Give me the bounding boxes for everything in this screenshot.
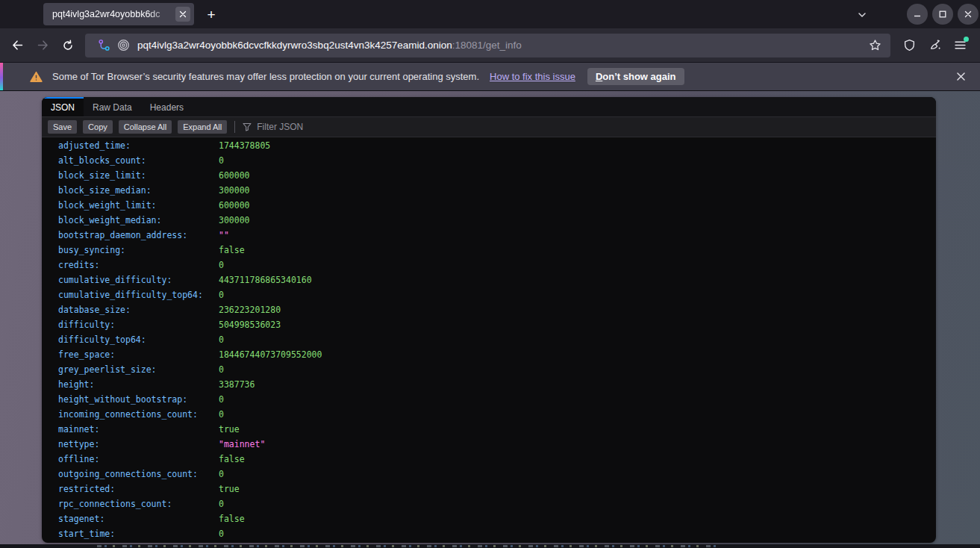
json-key: offline: xyxy=(58,452,219,467)
json-key: grey_peerlist_size: xyxy=(58,362,219,377)
close-window-button[interactable] xyxy=(958,4,979,25)
json-row: stagenet:false xyxy=(58,511,936,526)
json-value: false xyxy=(219,454,245,464)
viewer-tab-headers[interactable]: Headers xyxy=(141,97,193,116)
json-value: 0 xyxy=(219,290,224,300)
json-row: block_size_limit:600000 xyxy=(58,168,936,183)
tab-bar: pqt4ivlg3a2wr4oyobbk6dc + xyxy=(0,0,980,28)
json-value: 0 xyxy=(219,334,224,345)
json-row: block_weight_limit:600000 xyxy=(58,198,936,213)
minimize-icon xyxy=(913,10,922,19)
json-row: nettype:"mainnet" xyxy=(58,437,936,452)
json-row: credits:0 xyxy=(58,258,936,273)
json-row: cumulative_difficulty:443711786865340160 xyxy=(58,273,936,287)
chevron-down-icon xyxy=(857,10,867,20)
window-controls xyxy=(907,4,979,25)
json-value: "mainnet" xyxy=(219,439,265,449)
json-key: stagenet: xyxy=(58,511,219,526)
star-icon xyxy=(869,39,881,52)
json-row: cumulative_difficulty_top64:0 xyxy=(58,287,936,302)
json-key: nettype: xyxy=(58,437,219,452)
list-all-tabs-button[interactable] xyxy=(853,6,871,24)
save-button[interactable]: Save xyxy=(48,120,77,134)
shield-icon xyxy=(903,39,916,52)
how-to-fix-link[interactable]: How to fix this issue xyxy=(490,71,575,82)
json-key: height_without_bootstrap: xyxy=(58,392,219,407)
hamburger-menu-icon xyxy=(954,39,967,52)
json-key: difficulty: xyxy=(58,317,219,332)
json-row: restricted:true xyxy=(58,482,936,496)
new-tab-button[interactable]: + xyxy=(202,5,221,25)
json-row: incoming_connections_count:0 xyxy=(58,407,936,422)
json-key: block_weight_median: xyxy=(58,213,219,228)
json-value: false xyxy=(219,245,245,255)
url-text: pqt4ivlg3a2wr4oyobbk6dcvcfkkdyrwro3sbq2u… xyxy=(137,40,522,51)
json-value: 236223201280 xyxy=(219,305,281,315)
json-viewer-panel: JSONRaw DataHeaders SaveCopyCollapse All… xyxy=(42,97,936,543)
json-value: 0 xyxy=(219,155,224,166)
broom-icon xyxy=(928,39,941,52)
json-row: difficulty:504998536023 xyxy=(58,317,936,332)
expand-all-button[interactable]: Expand All xyxy=(178,120,227,134)
bookmark-button[interactable] xyxy=(865,36,884,55)
tab-close-button[interactable] xyxy=(175,7,190,22)
json-value: 3387736 xyxy=(219,379,255,390)
url-host: pqt4ivlg3a2wr4oyobbk6dcvcfkkdyrwro3sbq2u… xyxy=(137,40,452,51)
collapse-all-button[interactable]: Collapse All xyxy=(119,120,172,134)
json-row: rpc_connections_count:0 xyxy=(58,496,936,511)
json-value: "" xyxy=(219,230,229,240)
json-value: 504998536023 xyxy=(219,320,281,330)
json-key: outgoing_connections_count: xyxy=(58,467,219,482)
json-row: height_without_bootstrap:0 xyxy=(58,392,936,407)
json-row: height:3387736 xyxy=(58,377,936,392)
navigation-toolbar: pqt4ivlg3a2wr4oyobbk6dcvcfkkdyrwro3sbq2u… xyxy=(0,28,980,63)
forward-arrow-icon xyxy=(37,39,49,52)
browser-tab[interactable]: pqt4ivlg3a2wr4oyobbk6dc xyxy=(43,3,194,25)
json-key: difficulty_top64: xyxy=(58,332,219,347)
json-key: busy_syncing: xyxy=(58,243,219,258)
json-value: 0 xyxy=(219,260,224,270)
close-icon xyxy=(964,10,973,19)
tor-warning-banner: Some of Tor Browser’s security features … xyxy=(0,63,980,91)
update-badge xyxy=(964,37,969,42)
json-value: 0 xyxy=(219,529,224,539)
close-icon xyxy=(179,10,187,18)
json-key: block_weight_limit: xyxy=(58,198,219,213)
filter-json-input[interactable] xyxy=(257,122,496,132)
json-row: free_space:18446744073709552000 xyxy=(58,347,936,362)
json-key: height: xyxy=(58,377,219,392)
json-key: rpc_connections_count: xyxy=(58,496,219,511)
json-row: block_size_median:300000 xyxy=(58,183,936,198)
new-identity-button[interactable] xyxy=(922,34,947,57)
app-menu-button[interactable] xyxy=(947,34,973,57)
onion-site-button[interactable] xyxy=(113,36,133,55)
background-window-strip xyxy=(0,544,980,548)
forward-button[interactable] xyxy=(30,34,55,57)
json-value: 0 xyxy=(219,469,224,479)
json-viewer-tabs: JSONRaw DataHeaders xyxy=(42,97,936,117)
url-bar[interactable]: pqt4ivlg3a2wr4oyobbk6dcvcfkkdyrwro3sbq2u… xyxy=(85,34,890,57)
back-button[interactable] xyxy=(4,34,30,57)
json-key: cumulative_difficulty_top64: xyxy=(58,287,219,302)
warning-triangle-icon xyxy=(30,71,43,83)
close-icon xyxy=(956,72,966,81)
back-arrow-icon xyxy=(11,39,24,52)
copy-button[interactable]: Copy xyxy=(83,120,113,134)
funnel-icon xyxy=(243,122,252,131)
minimize-button[interactable] xyxy=(907,4,928,25)
viewer-tab-raw-data[interactable]: Raw Data xyxy=(84,97,141,116)
json-value: 0 xyxy=(219,394,224,405)
shield-button[interactable] xyxy=(896,34,922,57)
reload-button[interactable] xyxy=(55,34,81,57)
filter-box xyxy=(243,122,496,132)
json-value: 0 xyxy=(219,499,224,509)
json-rows: adjusted_time:1744378805alt_blocks_count… xyxy=(42,137,936,541)
maximize-button[interactable] xyxy=(932,4,953,25)
banner-close-button[interactable] xyxy=(952,68,970,86)
viewer-tab-json[interactable]: JSON xyxy=(42,97,84,116)
json-value: 443711786865340160 xyxy=(219,275,312,285)
dont-show-again-button[interactable]: Don’t show again xyxy=(587,68,684,85)
json-value: 600000 xyxy=(219,200,250,211)
tor-circuit-button[interactable] xyxy=(94,36,113,55)
letterboxed-viewport: JSONRaw DataHeaders SaveCopyCollapse All… xyxy=(0,91,980,548)
